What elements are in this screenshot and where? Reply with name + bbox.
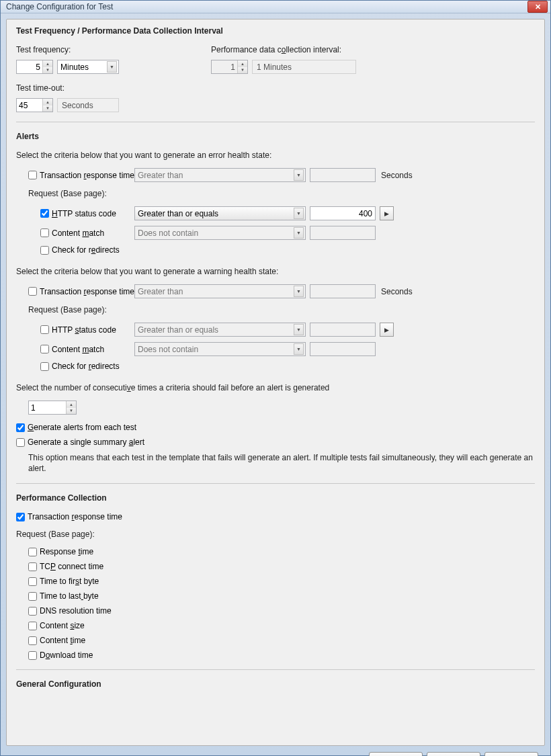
warn-content-op: Does not contain▼	[134, 342, 306, 356]
test-frequency-unit-select[interactable]: Minutes ▼	[57, 60, 119, 74]
warn-request-label: Request (Base page):	[16, 305, 535, 314]
test-frequency-label: Test frequency:	[16, 45, 211, 54]
cancel-button[interactable]: Cancel	[427, 752, 480, 756]
test-frequency-input[interactable]	[17, 60, 42, 73]
generate-each-checkbox[interactable]: Generate alerts from each test	[16, 423, 136, 432]
error-content-checkbox[interactable]: Content match	[40, 228, 134, 238]
warn-http-checkbox[interactable]: HTTP status code	[40, 325, 134, 335]
perf-interval-unit: 1 Minutes	[252, 60, 356, 74]
general-section: General Configuration	[16, 679, 535, 689]
general-heading: General Configuration	[16, 679, 535, 689]
error-http-op[interactable]: Greater than or equals▼	[134, 206, 306, 220]
perf-interval-spinner: ▲▼	[211, 60, 248, 74]
perf-items-list: Response timeTCP connect timeTime to fir…	[16, 547, 535, 660]
consecutive-input[interactable]	[29, 401, 66, 414]
warning-criteria-intro: Select the criteria below that you want …	[16, 267, 535, 276]
alerts-section: Alerts Select the criteria below that yo…	[16, 132, 535, 474]
warn-trt-op: Greater than▼	[134, 284, 306, 298]
dropdown-arrow-icon: ▼	[294, 169, 304, 181]
error-http-checkbox[interactable]: HTTP status code	[40, 209, 134, 218]
divider	[16, 483, 535, 484]
frequency-section: Test Frequency / Performance Data Collec…	[16, 26, 535, 112]
alerts-heading: Alerts	[16, 132, 535, 141]
scroll-area[interactable]: Test Frequency / Performance Data Collec…	[7, 19, 544, 745]
consecutive-spinner[interactable]: ▲▼	[28, 401, 77, 415]
test-frequency-unit-label: Minutes	[60, 62, 89, 72]
perf-item-checkbox[interactable]: TCP connect time	[28, 562, 103, 571]
content-panel: Test Frequency / Performance Data Collec…	[6, 19, 545, 746]
warn-http-value	[310, 323, 376, 337]
perf-request-label: Request (Base page):	[16, 530, 535, 539]
divider	[16, 669, 535, 670]
perf-interval-input	[212, 60, 237, 73]
divider	[16, 122, 535, 122]
ok-button[interactable]: OK	[369, 752, 423, 756]
error-content-value	[310, 226, 376, 240]
perf-item-checkbox[interactable]: Response time	[28, 547, 93, 556]
seconds-label: Seconds	[381, 287, 413, 296]
perf-item-checkbox[interactable]: Download time	[28, 650, 93, 660]
warn-http-op: Greater than or equals▼	[134, 323, 306, 337]
consecutive-label: Select the number of consecutive times a…	[16, 383, 535, 392]
performance-heading: Performance Collection	[16, 493, 535, 503]
spinner-up-icon[interactable]: ▲	[43, 60, 52, 67]
spinner-up-icon[interactable]: ▲	[43, 99, 52, 106]
dropdown-arrow-icon: ▼	[294, 324, 304, 335]
frequency-heading: Test Frequency / Performance Data Collec…	[16, 26, 535, 36]
button-bar: OK Cancel Apply	[6, 746, 545, 756]
play-button[interactable]: ▶	[380, 323, 394, 337]
outer-frame: Test Frequency / Performance Data Collec…	[1, 13, 550, 756]
perf-item-checkbox[interactable]: Time to first byte	[28, 577, 99, 586]
alert-description: This option means that each test in the …	[16, 452, 535, 474]
error-content-op: Does not contain▼	[134, 226, 306, 240]
perf-item-checkbox[interactable]: Content time	[28, 636, 85, 645]
perf-item-checkbox[interactable]: Time to last byte	[28, 591, 99, 601]
error-http-value[interactable]	[310, 206, 376, 220]
spinner-down-icon: ▼	[238, 67, 247, 74]
dropdown-arrow-icon: ▼	[107, 61, 117, 73]
error-request-label: Request (Base page):	[16, 189, 535, 198]
dialog-window: Change Configuration for Test ✕ Test Fre…	[0, 0, 551, 756]
close-button[interactable]: ✕	[527, 1, 548, 13]
timeout-unit: Seconds	[57, 98, 119, 112]
window-title: Change Configuration for Test	[6, 2, 113, 11]
performance-section: Performance Collection Transaction respo…	[16, 493, 535, 660]
spinner-up-icon[interactable]: ▲	[67, 401, 76, 408]
error-trt-checkbox[interactable]: Transaction response time	[28, 171, 134, 180]
timeout-spinner[interactable]: ▲▼	[16, 98, 53, 112]
perf-item-checkbox[interactable]: Content size	[28, 621, 85, 630]
spinner-down-icon[interactable]: ▼	[43, 67, 52, 74]
dropdown-arrow-icon: ▼	[294, 343, 304, 355]
generate-summary-checkbox[interactable]: Generate a single summary alert	[16, 437, 144, 447]
titlebar: Change Configuration for Test ✕	[1, 1, 550, 13]
error-trt-value	[310, 168, 376, 182]
timeout-label: Test time-out:	[16, 83, 535, 93]
perf-item-checkbox[interactable]: DNS resolution time	[28, 606, 112, 616]
warn-redirects-checkbox[interactable]: Check for redirects	[40, 362, 120, 371]
warn-content-value	[310, 342, 376, 356]
dropdown-arrow-icon: ▼	[294, 227, 304, 239]
spinner-down-icon[interactable]: ▼	[43, 106, 52, 112]
apply-button[interactable]: Apply	[484, 752, 538, 756]
spinner-down-icon[interactable]: ▼	[67, 408, 76, 415]
perf-trt-checkbox[interactable]: Transaction response time	[16, 512, 122, 521]
play-button[interactable]: ▶	[380, 206, 394, 220]
error-redirects-checkbox[interactable]: Check for redirects	[40, 245, 120, 255]
error-trt-op: Greater than▼	[134, 168, 306, 182]
seconds-label: Seconds	[381, 171, 413, 180]
timeout-input[interactable]	[17, 99, 42, 112]
warn-trt-value	[310, 284, 376, 298]
error-criteria-intro: Select the criteria below that you want …	[16, 151, 535, 160]
spinner-up-icon: ▲	[238, 60, 247, 67]
warn-trt-checkbox[interactable]: Transaction response time	[28, 287, 134, 296]
dropdown-arrow-icon: ▼	[294, 286, 304, 297]
dropdown-arrow-icon: ▼	[294, 208, 304, 219]
warn-content-checkbox[interactable]: Content match	[40, 345, 134, 354]
test-frequency-spinner[interactable]: ▲▼	[16, 60, 53, 74]
perf-interval-label: Performance data collection interval:	[211, 45, 356, 54]
